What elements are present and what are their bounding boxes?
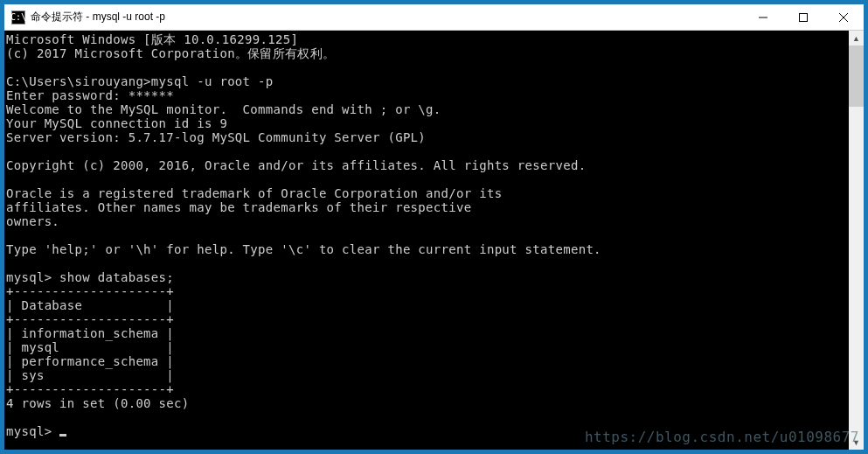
app-icon: C:\ [11, 10, 25, 24]
maximize-button[interactable] [783, 4, 823, 30]
terminal-cursor [59, 434, 66, 437]
terminal-area: Microsoft Windows [版本 10.0.16299.125] (c… [4, 31, 864, 450]
scroll-up-arrow[interactable]: ▲ [849, 31, 864, 45]
titlebar[interactable]: C:\ 命令提示符 - mysql -u root -p [4, 4, 864, 31]
window-controls [743, 4, 864, 30]
minimize-button[interactable] [743, 4, 783, 30]
window-title: 命令提示符 - mysql -u root -p [31, 10, 743, 24]
app-icon-text: C:\ [10, 12, 26, 22]
watermark-text: https://blog.csdn.net/u01098677 [585, 429, 859, 445]
command-prompt-window: C:\ 命令提示符 - mysql -u root -p Microsoft W… [4, 4, 864, 450]
scroll-thumb[interactable] [849, 45, 864, 107]
close-button[interactable] [823, 4, 864, 30]
svg-rect-1 [800, 13, 808, 21]
terminal-output[interactable]: Microsoft Windows [版本 10.0.16299.125] (c… [4, 31, 849, 450]
scrollbar[interactable]: ▲ ▼ [849, 31, 864, 450]
